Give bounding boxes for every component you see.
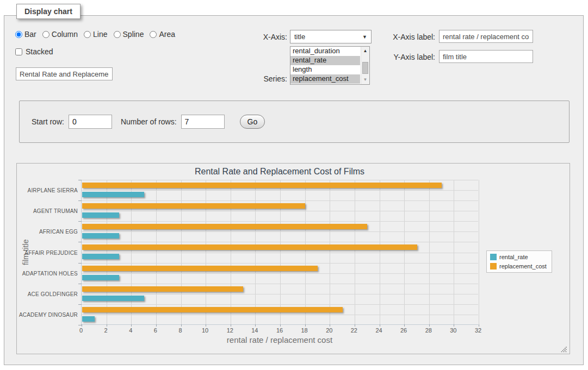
x-tick-label: 8 bbox=[170, 327, 191, 334]
legend-item-rental_rate[interactable]: rental_rate bbox=[490, 254, 547, 260]
chart-title-input[interactable] bbox=[16, 67, 113, 80]
bar-replacement_cost[interactable] bbox=[82, 183, 442, 188]
gridline-horizontal bbox=[82, 180, 478, 180]
stacked-checkbox[interactable] bbox=[15, 48, 22, 55]
y-axis-tick bbox=[78, 221, 82, 222]
scrollbar[interactable]: ▲ ▼ bbox=[361, 47, 369, 84]
radio-column[interactable] bbox=[42, 31, 49, 38]
x-tick-label: 18 bbox=[294, 327, 315, 334]
chart-type-option-bar[interactable]: Bar bbox=[15, 30, 36, 39]
legend-item-replacement_cost[interactable]: replacement_cost bbox=[490, 263, 547, 269]
gridline-horizontal bbox=[82, 284, 478, 284]
x-tick-label: 2 bbox=[95, 327, 117, 334]
x-tick-label: 10 bbox=[194, 327, 216, 334]
gridline-horizontal bbox=[82, 315, 478, 315]
x-axis-tick bbox=[454, 324, 454, 327]
chart-type-option-column[interactable]: Column bbox=[42, 30, 78, 39]
bar-rental_rate[interactable] bbox=[82, 254, 119, 259]
bar-rental_rate[interactable] bbox=[82, 192, 144, 197]
scroll-down-icon[interactable]: ▼ bbox=[361, 76, 369, 84]
bar-rental_rate[interactable] bbox=[82, 212, 119, 218]
x-axis-title-input[interactable] bbox=[439, 30, 533, 43]
bar-rental_rate[interactable] bbox=[82, 275, 119, 280]
scrollbar-thumb[interactable] bbox=[362, 62, 368, 74]
x-tick-label: 14 bbox=[244, 327, 265, 334]
x-axis-tick-labels: 02468101214161820222426283032 bbox=[17, 327, 570, 335]
scroll-up-icon[interactable]: ▲ bbox=[361, 47, 369, 55]
category-label: ACE GOLDFINGER bbox=[17, 291, 78, 297]
radio-label-spline: Spline bbox=[123, 30, 144, 39]
resize-handle-icon[interactable] bbox=[560, 345, 567, 352]
x-axis-tick bbox=[330, 324, 330, 327]
chart-type-option-area[interactable]: Area bbox=[150, 30, 175, 39]
start-row-label: Start row: bbox=[32, 117, 64, 126]
bar-rental_rate[interactable] bbox=[82, 296, 144, 301]
bar-replacement_cost[interactable] bbox=[82, 224, 367, 229]
category-label: ACADEMY DINOSAUR bbox=[17, 312, 78, 318]
category-label: AIRPLANE SIERRA bbox=[17, 187, 78, 193]
x-tick-label: 12 bbox=[219, 327, 241, 334]
x-axis-tick bbox=[280, 324, 281, 327]
legend-label-replacement_cost: replacement_cost bbox=[499, 263, 547, 269]
x-axis-select[interactable]: title ▼ bbox=[290, 30, 372, 43]
radio-area[interactable] bbox=[150, 31, 157, 38]
gridline-horizontal bbox=[82, 242, 478, 242]
series-multiselect[interactable]: rental_durationrental_ratelengthreplacem… bbox=[290, 46, 370, 85]
x-tick-label: 0 bbox=[70, 327, 92, 334]
radio-label-line: Line bbox=[93, 30, 107, 39]
number-of-rows-input[interactable] bbox=[181, 115, 225, 129]
x-tick-label: 24 bbox=[368, 327, 390, 334]
y-axis-tick bbox=[78, 242, 82, 242]
x-axis-tick bbox=[255, 324, 256, 327]
y-axis-tick bbox=[78, 180, 82, 180]
gridline-horizontal bbox=[82, 221, 478, 222]
stacked-checkbox-row[interactable]: Stacked bbox=[15, 47, 53, 56]
series-select-label: Series: bbox=[234, 74, 287, 83]
row-range-controls: Start row: Number of rows: Go bbox=[32, 115, 265, 129]
display-chart-tab: Display chart bbox=[16, 4, 81, 19]
y-axis-title-label: Y-Axis label: bbox=[382, 53, 435, 61]
radio-line[interactable] bbox=[84, 31, 91, 38]
category-label: AGENT TRUMAN bbox=[17, 208, 78, 214]
chevron-down-icon: ▼ bbox=[362, 31, 367, 43]
x-axis-select-label: X-Axis: bbox=[234, 33, 287, 41]
series-option-replacement_cost[interactable]: replacement_cost bbox=[290, 74, 360, 84]
category-label: ADAPTATION HOLES bbox=[17, 271, 78, 277]
series-option-length[interactable]: length bbox=[290, 65, 360, 74]
bar-rental_rate[interactable] bbox=[82, 233, 119, 239]
x-axis-title: rental rate / replacement cost bbox=[81, 335, 478, 344]
y-axis-title-input[interactable] bbox=[439, 50, 533, 63]
gridline-horizontal bbox=[82, 253, 478, 253]
category-label: AFRICAN EGG bbox=[17, 229, 78, 235]
radio-bar[interactable] bbox=[15, 31, 22, 38]
legend-swatch-replacement_cost bbox=[490, 263, 497, 269]
go-button[interactable]: Go bbox=[240, 115, 265, 129]
bar-replacement_cost[interactable] bbox=[82, 244, 417, 250]
bar-rental_rate[interactable] bbox=[82, 316, 95, 322]
chart-legend: rental_ratereplacement_cost bbox=[486, 250, 552, 273]
bar-replacement_cost[interactable] bbox=[82, 307, 343, 312]
x-axis-tick bbox=[231, 324, 231, 327]
y-axis-category-labels: AIRPLANE SIERRAAGENT TRUMANAFRICAN EGGAF… bbox=[17, 180, 78, 325]
x-tick-label: 16 bbox=[269, 327, 290, 334]
bar-replacement_cost[interactable] bbox=[82, 266, 318, 271]
x-tick-label: 28 bbox=[418, 327, 440, 334]
start-row-input[interactable] bbox=[69, 115, 112, 129]
legend-label-rental_rate: rental_rate bbox=[499, 254, 528, 260]
bar-replacement_cost[interactable] bbox=[82, 203, 305, 209]
series-option-rental_rate[interactable]: rental_rate bbox=[290, 56, 360, 65]
x-axis-tick bbox=[181, 324, 182, 327]
radio-spline[interactable] bbox=[114, 31, 121, 38]
x-axis-title-label: X-Axis label: bbox=[382, 33, 435, 41]
x-axis-select-value: title bbox=[294, 33, 305, 41]
x-tick-label: 20 bbox=[318, 327, 340, 334]
x-axis-tick bbox=[429, 324, 430, 327]
chart-type-option-spline[interactable]: Spline bbox=[114, 30, 144, 39]
legend-swatch-rental_rate bbox=[490, 254, 497, 260]
series-option-rental_duration[interactable]: rental_duration bbox=[290, 47, 360, 56]
chart-type-option-line[interactable]: Line bbox=[84, 30, 107, 39]
x-axis-tick bbox=[206, 324, 206, 327]
x-axis-tick bbox=[355, 324, 355, 327]
x-axis-tick bbox=[131, 324, 132, 327]
bar-replacement_cost[interactable] bbox=[82, 286, 243, 292]
